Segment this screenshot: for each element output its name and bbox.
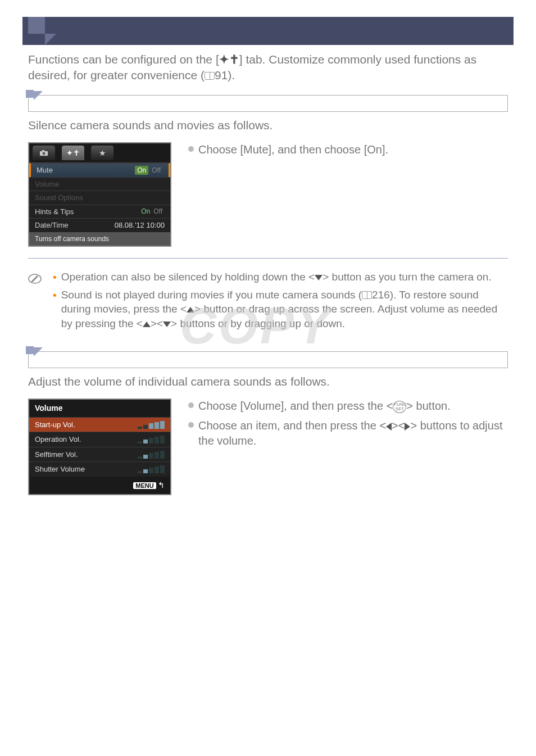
tools-tab-icon: ✦✝ (219, 52, 239, 67)
intro-paragraph: Functions can be configured on the [✦✝] … (28, 52, 508, 84)
note-item-1: • Operation can also be silenced by hold… (53, 270, 508, 284)
camera-menu-screenshot-volume: Volume Start-up Vol. Operation Vol. Self… (28, 399, 171, 495)
instruction-volume-1: Choose [Volume], and then press the <FUN… (188, 399, 508, 414)
bullet-icon (188, 402, 194, 408)
menu-button-label: MENU (133, 482, 156, 489)
volume-row-selftimer: Selftimer Vol. (29, 447, 170, 462)
right-arrow-icon (405, 423, 410, 431)
func-set-button-icon: FUNC.SET (393, 401, 406, 413)
page-header-bar (22, 17, 514, 45)
left-arrow-icon (386, 423, 392, 431)
camera-tab-icon (33, 146, 55, 160)
volume-description: Adjust the volume of individual camera s… (28, 374, 508, 390)
menu-row-hints-tips: Hints & Tips On Off (29, 205, 170, 219)
menu-row-date-time: Date/Time 08.08.'12 10:00 (29, 218, 170, 232)
menu-row-sound-options: Sound Options (29, 191, 170, 205)
volume-row-operation: Operation Vol. (29, 432, 170, 447)
subsection-heading-volume (28, 351, 508, 368)
svg-point-2 (43, 152, 46, 155)
volume-row-startup: Start-up Vol. (29, 417, 170, 432)
manual-ref-icon (362, 291, 372, 299)
menu-footer-text: Turns off camera sounds (29, 232, 170, 246)
camera-menu-screenshot-mute: ✦✝ ★ Mute On Off Volume Sound Options (28, 142, 171, 247)
tools-tab-icon-active: ✦✝ (62, 146, 84, 160)
subsection-heading-mute (28, 95, 508, 112)
mute-off-value: Off (149, 166, 163, 175)
bullet-icon (188, 146, 194, 152)
volume-screen-title: Volume (29, 400, 170, 417)
note-item-2: • Sound is not played during movies if y… (53, 288, 508, 331)
menu-return-row: MENU ↰ (29, 477, 170, 494)
mute-on-value: On (135, 166, 148, 175)
volume-row-shutter: Shutter Volume (29, 461, 170, 477)
manual-ref-icon (205, 72, 215, 80)
star-tab-icon: ★ (91, 146, 113, 160)
mute-description: Silence camera sounds and movies as foll… (28, 117, 508, 133)
instruction-volume-2: Choose an item, and then press the <><> … (188, 418, 508, 449)
menu-row-mute: Mute On Off (29, 163, 170, 177)
instruction-mute: Choose [Mute], and then choose [On]. (188, 142, 508, 157)
down-arrow-icon (315, 275, 322, 280)
up-arrow-icon (187, 307, 194, 313)
bullet-icon (188, 422, 194, 428)
note-pencil-icon (28, 272, 42, 286)
menu-row-volume: Volume (29, 177, 170, 191)
down-arrow-icon (163, 322, 171, 327)
up-arrow-icon (143, 322, 151, 327)
svg-rect-1 (42, 150, 44, 152)
